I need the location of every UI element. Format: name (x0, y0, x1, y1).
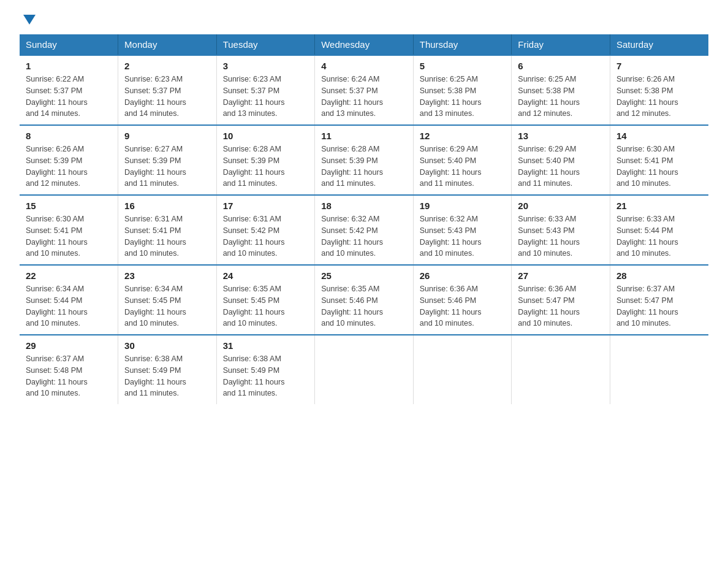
calendar-cell (512, 335, 610, 404)
day-info: Sunrise: 6:29 AMSunset: 5:40 PMDaylight:… (518, 144, 604, 190)
calendar-cell: 24 Sunrise: 6:35 AMSunset: 5:45 PMDaylig… (216, 265, 315, 335)
day-number: 14 (616, 131, 702, 141)
logo (20, 15, 36, 25)
calendar-cell: 25 Sunrise: 6:35 AMSunset: 5:46 PMDaylig… (315, 265, 414, 335)
day-info: Sunrise: 6:35 AMSunset: 5:45 PMDaylight:… (223, 283, 309, 329)
day-number: 26 (420, 270, 506, 281)
day-info: Sunrise: 6:38 AMSunset: 5:49 PMDaylight:… (223, 353, 309, 399)
day-number: 5 (420, 61, 506, 71)
day-number: 21 (616, 201, 702, 211)
day-info: Sunrise: 6:30 AMSunset: 5:41 PMDaylight:… (26, 213, 112, 259)
day-number: 28 (616, 270, 702, 281)
calendar-cell (315, 335, 414, 404)
calendar-cell: 5 Sunrise: 6:25 AMSunset: 5:38 PMDayligh… (413, 55, 512, 125)
day-info: Sunrise: 6:30 AMSunset: 5:41 PMDaylight:… (616, 144, 702, 190)
day-number: 8 (26, 131, 112, 141)
calendar-cell: 13 Sunrise: 6:29 AMSunset: 5:40 PMDaylig… (512, 125, 610, 195)
calendar-cell: 6 Sunrise: 6:25 AMSunset: 5:38 PMDayligh… (512, 55, 610, 125)
day-info: Sunrise: 6:24 AMSunset: 5:37 PMDaylight:… (321, 74, 407, 120)
calendar-cell: 21 Sunrise: 6:33 AMSunset: 5:44 PMDaylig… (610, 195, 708, 265)
day-number: 10 (223, 131, 309, 141)
day-number: 18 (321, 201, 407, 211)
col-header-saturday: Saturday (610, 34, 708, 55)
col-header-friday: Friday (512, 34, 610, 55)
day-number: 12 (420, 131, 506, 141)
calendar-cell: 22 Sunrise: 6:34 AMSunset: 5:44 PMDaylig… (20, 265, 118, 335)
day-number: 15 (26, 201, 112, 211)
day-number: 6 (518, 61, 604, 71)
day-info: Sunrise: 6:28 AMSunset: 5:39 PMDaylight:… (321, 144, 407, 190)
calendar-cell: 19 Sunrise: 6:32 AMSunset: 5:43 PMDaylig… (413, 195, 512, 265)
calendar-week-row: 22 Sunrise: 6:34 AMSunset: 5:44 PMDaylig… (20, 265, 708, 335)
day-number: 1 (26, 61, 112, 71)
day-info: Sunrise: 6:29 AMSunset: 5:40 PMDaylight:… (420, 144, 506, 190)
calendar-cell: 3 Sunrise: 6:23 AMSunset: 5:37 PMDayligh… (216, 55, 315, 125)
col-header-wednesday: Wednesday (315, 34, 414, 55)
day-info: Sunrise: 6:34 AMSunset: 5:45 PMDaylight:… (124, 283, 210, 329)
day-number: 25 (321, 270, 407, 281)
day-number: 17 (223, 201, 309, 211)
day-info: Sunrise: 6:33 AMSunset: 5:44 PMDaylight:… (616, 213, 702, 259)
calendar-cell: 23 Sunrise: 6:34 AMSunset: 5:45 PMDaylig… (118, 265, 217, 335)
day-number: 16 (124, 201, 210, 211)
calendar-cell: 27 Sunrise: 6:36 AMSunset: 5:47 PMDaylig… (512, 265, 610, 335)
col-header-thursday: Thursday (413, 34, 512, 55)
calendar-cell: 15 Sunrise: 6:30 AMSunset: 5:41 PMDaylig… (20, 195, 118, 265)
calendar-cell: 8 Sunrise: 6:26 AMSunset: 5:39 PMDayligh… (20, 125, 118, 195)
day-number: 31 (223, 340, 309, 351)
day-info: Sunrise: 6:32 AMSunset: 5:43 PMDaylight:… (420, 213, 506, 259)
day-number: 29 (26, 340, 112, 351)
day-info: Sunrise: 6:36 AMSunset: 5:47 PMDaylight:… (518, 283, 604, 329)
col-header-tuesday: Tuesday (216, 34, 315, 55)
day-number: 20 (518, 201, 604, 211)
logo-blue (20, 15, 36, 25)
calendar-cell: 10 Sunrise: 6:28 AMSunset: 5:39 PMDaylig… (216, 125, 315, 195)
day-info: Sunrise: 6:23 AMSunset: 5:37 PMDaylight:… (124, 74, 210, 120)
day-info: Sunrise: 6:32 AMSunset: 5:42 PMDaylight:… (321, 213, 407, 259)
calendar-week-row: 29 Sunrise: 6:37 AMSunset: 5:48 PMDaylig… (20, 335, 708, 404)
day-number: 30 (124, 340, 210, 351)
calendar-cell: 16 Sunrise: 6:31 AMSunset: 5:41 PMDaylig… (118, 195, 217, 265)
day-number: 9 (124, 131, 210, 141)
calendar-cell: 29 Sunrise: 6:37 AMSunset: 5:48 PMDaylig… (20, 335, 118, 404)
calendar-cell: 26 Sunrise: 6:36 AMSunset: 5:46 PMDaylig… (413, 265, 512, 335)
day-number: 24 (223, 270, 309, 281)
day-info: Sunrise: 6:35 AMSunset: 5:46 PMDaylight:… (321, 283, 407, 329)
calendar-cell: 20 Sunrise: 6:33 AMSunset: 5:43 PMDaylig… (512, 195, 610, 265)
day-info: Sunrise: 6:25 AMSunset: 5:38 PMDaylight:… (420, 74, 506, 120)
day-info: Sunrise: 6:27 AMSunset: 5:39 PMDaylight:… (124, 144, 210, 190)
calendar-cell: 12 Sunrise: 6:29 AMSunset: 5:40 PMDaylig… (413, 125, 512, 195)
col-header-monday: Monday (118, 34, 217, 55)
day-info: Sunrise: 6:26 AMSunset: 5:38 PMDaylight:… (616, 74, 702, 120)
day-number: 23 (124, 270, 210, 281)
calendar-cell: 11 Sunrise: 6:28 AMSunset: 5:39 PMDaylig… (315, 125, 414, 195)
day-number: 27 (518, 270, 604, 281)
calendar-cell: 17 Sunrise: 6:31 AMSunset: 5:42 PMDaylig… (216, 195, 315, 265)
calendar-cell: 7 Sunrise: 6:26 AMSunset: 5:38 PMDayligh… (610, 55, 708, 125)
day-info: Sunrise: 6:33 AMSunset: 5:43 PMDaylight:… (518, 213, 604, 259)
calendar-cell: 28 Sunrise: 6:37 AMSunset: 5:47 PMDaylig… (610, 265, 708, 335)
calendar-cell: 2 Sunrise: 6:23 AMSunset: 5:37 PMDayligh… (118, 55, 217, 125)
day-info: Sunrise: 6:26 AMSunset: 5:39 PMDaylight:… (26, 144, 112, 190)
col-header-sunday: Sunday (20, 34, 118, 55)
day-number: 22 (26, 270, 112, 281)
day-info: Sunrise: 6:31 AMSunset: 5:41 PMDaylight:… (124, 213, 210, 259)
logo-triangle-icon (23, 15, 36, 25)
calendar-cell: 18 Sunrise: 6:32 AMSunset: 5:42 PMDaylig… (315, 195, 414, 265)
calendar-cell: 9 Sunrise: 6:27 AMSunset: 5:39 PMDayligh… (118, 125, 217, 195)
calendar-header-row: SundayMondayTuesdayWednesdayThursdayFrid… (20, 34, 708, 55)
calendar-week-row: 15 Sunrise: 6:30 AMSunset: 5:41 PMDaylig… (20, 195, 708, 265)
calendar-week-row: 8 Sunrise: 6:26 AMSunset: 5:39 PMDayligh… (20, 125, 708, 195)
calendar-cell: 14 Sunrise: 6:30 AMSunset: 5:41 PMDaylig… (610, 125, 708, 195)
day-number: 2 (124, 61, 210, 71)
calendar-cell (413, 335, 512, 404)
day-number: 7 (616, 61, 702, 71)
day-number: 4 (321, 61, 407, 71)
day-info: Sunrise: 6:31 AMSunset: 5:42 PMDaylight:… (223, 213, 309, 259)
day-info: Sunrise: 6:38 AMSunset: 5:49 PMDaylight:… (124, 353, 210, 399)
calendar-cell: 31 Sunrise: 6:38 AMSunset: 5:49 PMDaylig… (216, 335, 315, 404)
day-number: 13 (518, 131, 604, 141)
day-info: Sunrise: 6:37 AMSunset: 5:48 PMDaylight:… (26, 353, 112, 399)
day-info: Sunrise: 6:22 AMSunset: 5:37 PMDaylight:… (26, 74, 112, 120)
day-info: Sunrise: 6:28 AMSunset: 5:39 PMDaylight:… (223, 144, 309, 190)
